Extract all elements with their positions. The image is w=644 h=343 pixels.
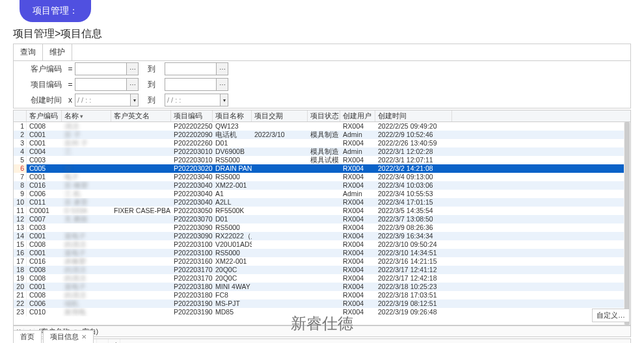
cell-project-code: P20220226003 — [171, 139, 213, 147]
cell-project-code: P20220317001 — [171, 266, 213, 274]
date-dropdown-from[interactable]: ▾ — [131, 94, 139, 107]
cell-status — [308, 207, 340, 215]
table-row[interactable]: 1C008清洁P20220225001QW123RX0042022/2/25 0… — [14, 122, 630, 131]
lookup-project-from[interactable]: ⋯ — [127, 78, 139, 91]
col-customer-code[interactable]: 客户编码 — [27, 110, 62, 121]
header-button[interactable]: 项目管理： — [20, 0, 91, 22]
cell-project-code: P20220309002 — [171, 232, 213, 240]
table-row[interactable]: 21C008 的清洁P20220318002FC8RX0042022/3/18 … — [14, 291, 630, 299]
cell-en-name — [111, 181, 171, 190]
close-tab-icon[interactable]: ✕ — [81, 333, 87, 340]
cell-due-date — [252, 156, 308, 164]
cell-create-time: 2022/2/25 09:49:20 — [375, 122, 452, 131]
date-dropdown-to[interactable]: ▾ — [221, 94, 228, 107]
table-row[interactable]: 13C003P20220309001RS5000RX0042022/3/9 08… — [14, 223, 630, 232]
filter-create-time-from[interactable]: / / : : — [75, 94, 131, 107]
table-row[interactable]: 15C008 的清洁P20220310001V20U01ADS3NRX00420… — [14, 240, 630, 249]
table-row[interactable]: 4C004三P20220301001DV6900B模具制造Admin2022/3… — [14, 147, 630, 156]
lookup-customer-to[interactable]: ⋯ — [217, 62, 228, 75]
table-row[interactable]: 9C006三 机P20220304003A1Admin2022/3/4 10:5… — [14, 190, 630, 198]
tab-query[interactable]: 查询 — [14, 44, 43, 60]
filter-customer-code-to[interactable] — [165, 62, 217, 75]
bottom-tab-project-info[interactable]: 项目信息 ✕ — [43, 330, 94, 343]
filter-project-code-from[interactable] — [75, 78, 127, 91]
cell-project-name: XM22-001 — [213, 181, 252, 190]
cell-status — [308, 274, 340, 283]
cell-customer-code: C001 — [27, 139, 62, 147]
cell-status — [308, 164, 340, 173]
table-row[interactable]: 19C008 的清洁P2022031700220Q0CRX0042022/3/1… — [14, 274, 630, 283]
cell-due-date — [252, 283, 308, 291]
row-number: 23 — [14, 308, 27, 316]
row-number: 20 — [14, 283, 27, 291]
table-row[interactable]: 14C001 里电子P20220309002RX22022（脚RX0042022… — [14, 232, 630, 240]
cell-create-time: 2022/3/17 12:42:18 — [375, 274, 452, 283]
table-row[interactable]: 20C001 里电子P20220318001MINI 4WAYRX0042022… — [14, 283, 630, 291]
col-creator[interactable]: 创建用户 — [340, 110, 375, 121]
cell-due-date — [252, 232, 308, 240]
cell-project-name: RS5000 — [213, 223, 252, 232]
col-project-code[interactable]: 项目编码 — [171, 110, 213, 121]
cell-project-code: P20220319002 — [171, 308, 213, 316]
table-row[interactable]: 17C016 床橡塑P20220316001XM22-001RX0042022/… — [14, 257, 630, 266]
cell-en-name — [111, 240, 171, 249]
cell-name: 苏 麦普 — [62, 198, 111, 207]
col-status[interactable]: 项目状态 — [308, 110, 340, 121]
cell-project-name: RS5000 — [213, 249, 252, 257]
cell-creator: RX004 — [340, 240, 375, 249]
cell-creator: RX004 — [340, 173, 375, 181]
cell-creator: RX004 — [340, 223, 375, 232]
cell-en-name — [111, 156, 171, 164]
table-row[interactable]: 10C011苏 麦普P20220304004A2LLRX0042022/3/4 … — [14, 198, 630, 207]
row-number: 16 — [14, 249, 27, 257]
cell-project-name: MINI 4WAY — [213, 283, 252, 291]
table-row[interactable]: 12C007无 鹏股P20220307001D01RX0042022/3/7 1… — [14, 215, 630, 223]
cell-project-code: P20220209001 — [171, 131, 213, 139]
table-row[interactable]: 3C001苏州 子P20220226003D01RX0042022/2/26 1… — [14, 139, 630, 147]
col-en-name[interactable]: 客户英文名 — [111, 110, 171, 121]
op-equals-2: = — [66, 80, 75, 89]
cell-customer-code: C010 — [27, 308, 62, 316]
col-num[interactable] — [14, 110, 27, 121]
table-row[interactable]: 8C016苏 橡塑P20220304002XM22-001RX0042022/3… — [14, 181, 630, 190]
filter-icon[interactable]: ▾ — [80, 113, 83, 120]
cell-create-time: 2022/3/18 10:25:23 — [375, 283, 452, 291]
pager-last[interactable]: ▸I — [109, 339, 120, 343]
cell-project-code: P20220316001 — [171, 257, 213, 266]
table-row[interactable]: 2C001苏 子P20220209001电话机2022/3/10模具制造Admi… — [14, 131, 630, 139]
cell-due-date: 2022/3/10 — [252, 131, 308, 139]
col-name[interactable]: 名称▾ — [62, 110, 111, 121]
table-row[interactable]: 11C0001D 533AFIXER CASE-PBAP20220305002R… — [14, 207, 630, 215]
row-number: 22 — [14, 299, 27, 308]
table-row[interactable]: 6C005三P20220302001DRAIN PAN-TCRX0042022/… — [14, 164, 630, 173]
vertical-scrollbar[interactable] — [624, 122, 630, 325]
pager-next-page[interactable]: ▸▸ — [97, 339, 109, 343]
cell-project-code: P20220319001 — [171, 299, 213, 308]
cell-project-code: P20220307001 — [171, 215, 213, 223]
filter-customer-code-from[interactable] — [75, 62, 127, 75]
customize-button[interactable]: 自定义… — [592, 309, 630, 322]
table-row[interactable]: 16C001 里电子P20220310002RS5000RX0042022/3/… — [14, 249, 630, 257]
table-row[interactable]: 22C006 缩机P20220319001MS-PJTRX0042022/3/1… — [14, 299, 630, 308]
filter-project-code-to[interactable] — [165, 78, 217, 91]
lookup-customer-from[interactable]: ⋯ — [127, 62, 139, 75]
cell-name: 苏州 子 — [62, 139, 111, 147]
cell-creator: RX004 — [340, 308, 375, 316]
col-due-date[interactable]: 项目交期 — [252, 110, 308, 121]
cell-creator: RX004 — [340, 207, 375, 215]
table-row[interactable]: 5C003P20220301002RS5000模具试模RX0042022/3/1… — [14, 156, 630, 164]
table-row[interactable]: 23C010 家用电P20220319002MD85RX0042022/3/19… — [14, 308, 630, 316]
col-create-time[interactable]: 创建时间 — [375, 110, 452, 121]
tab-maintain[interactable]: 维护 — [43, 44, 72, 60]
cell-name: 的清洁 — [62, 274, 111, 283]
cell-project-name: FC8 — [213, 291, 252, 299]
lookup-project-to[interactable]: ⋯ — [217, 78, 228, 91]
cell-project-code: P20220301002 — [171, 156, 213, 164]
table-row[interactable]: 18C008 的清洁P2022031700120Q0CRX0042022/3/1… — [14, 266, 630, 274]
cell-project-code: P20220309001 — [171, 223, 213, 232]
bottom-tab-home[interactable]: 首页 — [13, 330, 42, 343]
table-row[interactable]: 7C001 电子P20220304001RS5000RX0042022/3/4 … — [14, 173, 630, 181]
col-project-name[interactable]: 项目名称 — [213, 110, 252, 121]
filter-create-time-label: 创建时间 — [14, 95, 66, 106]
filter-create-time-to[interactable]: / / : : — [165, 94, 221, 107]
